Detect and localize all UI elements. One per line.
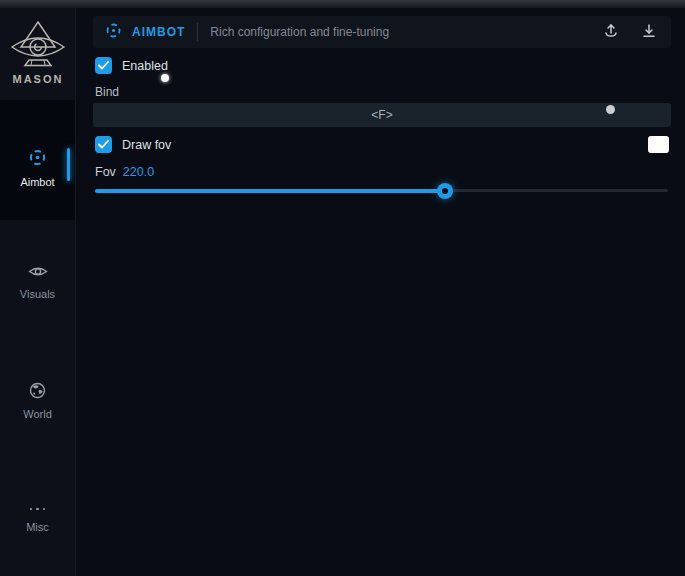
globe-icon <box>29 382 46 403</box>
crosshair-icon <box>28 148 47 171</box>
sidebar-item-label: Misc <box>26 521 49 533</box>
sidebar-item-world[interactable]: World <box>0 382 75 420</box>
mason-logo: MASON <box>0 20 76 85</box>
draw-fov-label: Draw fov <box>122 138 171 152</box>
sidebar-item-label: Visuals <box>20 288 55 300</box>
header-divider <box>197 23 198 41</box>
sidebar-item-aimbot[interactable]: Aimbot <box>0 148 75 188</box>
sidebar-item-label: World <box>23 408 52 420</box>
slider-fill <box>95 189 445 193</box>
bind-key-input[interactable]: <F> <box>93 103 671 127</box>
sidebar: MASON Aimbot Visuals <box>0 8 76 576</box>
logo-text: MASON <box>0 73 76 85</box>
enabled-label: Enabled <box>122 59 168 73</box>
fov-value: 220.0 <box>123 165 154 179</box>
import-config-button[interactable] <box>639 22 659 42</box>
ellipsis-icon <box>30 502 46 516</box>
all-seeing-eye-icon <box>0 20 76 70</box>
sidebar-item-visuals[interactable]: Visuals <box>0 264 75 300</box>
download-icon <box>641 23 657 42</box>
fov-label: Fov <box>95 165 116 179</box>
sidebar-item-label: Aimbot <box>20 176 54 188</box>
sidebar-item-misc[interactable]: Misc <box>0 502 75 533</box>
enabled-row: Enabled <box>95 57 168 74</box>
section-subtitle: Rich configuration and fine-tuning <box>210 25 389 39</box>
crosshair-icon <box>105 22 122 43</box>
window-top-strip <box>0 0 685 8</box>
slider-thumb[interactable] <box>437 183 453 199</box>
section-title: AIMBOT <box>132 25 185 39</box>
cheat-menu-window: MASON Aimbot Visuals <box>0 0 685 576</box>
enabled-checkbox[interactable] <box>95 57 112 74</box>
fov-color-swatch[interactable] <box>648 136 669 153</box>
fov-slider[interactable] <box>95 183 668 198</box>
upload-icon <box>603 23 619 42</box>
bind-label: Bind <box>95 85 119 99</box>
section-header: AIMBOT Rich configuration and fine-tunin… <box>93 16 671 48</box>
snow-particle <box>606 105 615 114</box>
eye-icon <box>28 264 48 283</box>
draw-fov-checkbox[interactable] <box>95 136 112 153</box>
snow-particle <box>161 74 169 82</box>
fov-value-row: Fov 220.0 <box>95 165 154 179</box>
export-config-button[interactable] <box>601 22 621 42</box>
draw-fov-row: Draw fov <box>95 136 171 153</box>
